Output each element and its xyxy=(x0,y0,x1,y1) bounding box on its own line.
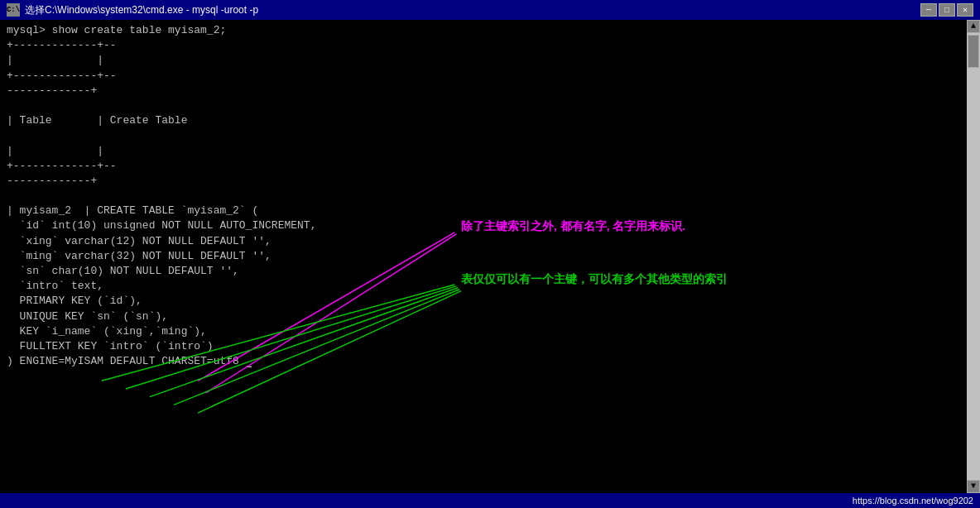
scroll-up-arrow[interactable]: ▲ xyxy=(967,20,980,33)
terminal-window: C:\ 选择C:\Windows\system32\cmd.exe - mysq… xyxy=(0,0,980,508)
terminal-line-3: | | xyxy=(7,53,973,68)
scrollbar[interactable]: ▲ ▼ xyxy=(967,20,980,493)
scroll-thumb[interactable] xyxy=(968,35,979,68)
terminal-line-1: mysql> show create table myisam_2; xyxy=(7,23,973,38)
terminal-sql-6: `intro` text, xyxy=(7,279,973,294)
terminal-sql-11: ) ENGINE=MyISAM DEFAULT CHARSET=utf8 █ xyxy=(7,354,973,369)
terminal-sql-3: `xing` varchar(12) NOT NULL DEFAULT '', xyxy=(7,234,973,249)
close-button[interactable]: ✕ xyxy=(957,3,973,17)
maximize-button[interactable]: □ xyxy=(939,3,955,17)
title-bar-controls[interactable]: ─ □ ✕ xyxy=(920,3,973,17)
terminal-sql-8: UNIQUE KEY `sn` (`sn`), xyxy=(7,309,973,324)
terminal-line-blank2 xyxy=(7,128,973,143)
terminal-sql-9: KEY `i_name` (`xing`,`ming`), xyxy=(7,324,973,339)
terminal-sql-5: `sn` char(10) NOT NULL DEFAULT '', xyxy=(7,264,973,279)
terminal-table-header: | Table | Create Table xyxy=(7,113,973,128)
minimize-button[interactable]: ─ xyxy=(920,3,937,17)
title-bar-left: C:\ 选择C:\Windows\system32\cmd.exe - mysq… xyxy=(7,3,258,17)
terminal-line-7: +-------------+-- xyxy=(7,159,973,174)
title-text: 选择C:\Windows\system32\cmd.exe - mysql -u… xyxy=(25,3,258,17)
status-bar: https://blog.csdn.net/wog9202 xyxy=(0,493,980,508)
status-url: https://blog.csdn.net/wog9202 xyxy=(853,496,973,506)
terminal-line-8: -------------+ xyxy=(7,174,973,189)
scroll-down-arrow[interactable]: ▼ xyxy=(967,480,980,493)
cmd-icon: C:\ xyxy=(7,3,20,17)
terminal-line-6: | | xyxy=(7,144,973,159)
terminal-sql-10: FULLTEXT KEY `intro` (`intro`) xyxy=(7,339,973,354)
title-bar: C:\ 选择C:\Windows\system32\cmd.exe - mysq… xyxy=(0,0,980,20)
terminal-line-blank3 xyxy=(7,189,973,204)
terminal-content: mysql> show create table myisam_2; +----… xyxy=(0,20,980,493)
terminal-line-2: +-------------+-- xyxy=(7,38,973,53)
terminal-line-blank1 xyxy=(7,98,973,113)
terminal-sql-4: `ming` varchar(32) NOT NULL DEFAULT '', xyxy=(7,249,973,264)
terminal-sql-2: `id` int(10) unsigned NOT NULL AUTO_INCR… xyxy=(7,218,973,233)
terminal-line-5: -------------+ xyxy=(7,84,973,98)
terminal-sql-1: | myisam_2 | CREATE TABLE `myisam_2` ( xyxy=(7,204,973,218)
terminal-sql-7: PRIMARY KEY (`id`), xyxy=(7,294,973,309)
terminal-line-4: +-------------+-- xyxy=(7,69,973,84)
